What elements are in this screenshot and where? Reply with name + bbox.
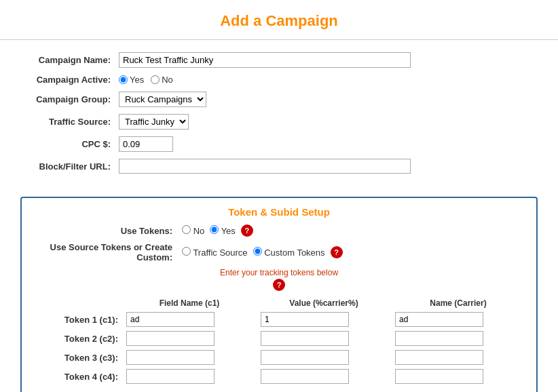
token-setup-title: Token & Subid Setup	[33, 206, 525, 218]
token-value-input-2[interactable]	[261, 331, 349, 346]
cpc-input[interactable]	[119, 136, 173, 152]
token-row: Token 1 (c1):	[33, 310, 525, 329]
traffic-source-radio[interactable]	[182, 247, 191, 256]
token-name-input-2[interactable]	[395, 331, 483, 346]
page-title: Add a Campaign	[0, 0, 558, 40]
campaign-group-select[interactable]: Ruck Campaigns Traffic Junky	[119, 92, 206, 107]
token-row: Token 3 (c3):	[33, 348, 525, 367]
campaign-active-yes-text: Yes	[130, 75, 144, 85]
block-filter-input[interactable]	[119, 159, 411, 174]
block-filter-row: Block/Filter URL:	[20, 159, 538, 174]
traffic-source-label: Traffic Source:	[20, 117, 119, 127]
source-or-custom-row: Use Source Tokens or Create Custom: Traf…	[33, 242, 525, 262]
page-container: Add a Campaign Campaign Name: Campaign A…	[0, 0, 558, 392]
token-field-input-3[interactable]	[126, 350, 215, 365]
token-row-label: Token 3 (c3):	[33, 348, 122, 367]
use-tokens-no-label[interactable]: No	[182, 225, 204, 236]
campaign-name-row: Campaign Name:	[20, 52, 538, 68]
campaign-active-no-label[interactable]: No	[151, 75, 173, 85]
token-row: Token 4 (c4):	[33, 367, 525, 386]
token-field-cell	[122, 367, 257, 386]
use-tokens-no-radio[interactable]	[182, 225, 191, 234]
token-row-label: Token 1 (c1):	[33, 310, 122, 329]
token-setup-box: Token & Subid Setup Use Tokens: No Yes ?…	[20, 197, 538, 392]
campaign-active-yes-label[interactable]: Yes	[119, 75, 144, 85]
campaign-active-radios: Yes No	[119, 75, 173, 85]
token-value-cell	[257, 348, 391, 367]
token-field-input-4[interactable]	[126, 369, 215, 384]
custom-tokens-radio-label[interactable]: Custom Tokens	[253, 247, 325, 258]
use-tokens-yes-label[interactable]: Yes	[210, 225, 236, 236]
token-table-label-header	[33, 296, 122, 310]
custom-tokens-radio-text: Custom Tokens	[264, 248, 324, 258]
campaign-name-label: Campaign Name:	[20, 55, 119, 65]
campaign-active-label: Campaign Active:	[20, 75, 119, 85]
token-value-input-4[interactable]	[261, 369, 349, 384]
token-value-cell	[257, 367, 391, 386]
token-name-cell	[391, 310, 525, 329]
token-field-input-2[interactable]	[126, 331, 215, 346]
custom-tokens-radio[interactable]	[253, 247, 262, 256]
campaign-name-input[interactable]	[119, 52, 411, 68]
token-row: Token 2 (c2):	[33, 329, 525, 348]
use-tokens-yes-text: Yes	[221, 226, 236, 236]
token-name-input-4[interactable]	[395, 369, 483, 384]
token-name-cell	[391, 329, 525, 348]
token-name-cell	[391, 367, 525, 386]
token-name-cell	[391, 348, 525, 367]
campaign-active-yes-radio[interactable]	[119, 75, 128, 84]
traffic-source-radio-text: Traffic Source	[193, 248, 247, 258]
campaign-active-no-text: No	[162, 75, 173, 85]
token-name-header: Name (Carrier)	[391, 296, 525, 310]
use-tokens-controls: No Yes ?	[182, 224, 253, 237]
campaign-active-no-radio[interactable]	[151, 75, 160, 84]
token-field-cell	[122, 329, 257, 348]
traffic-source-select[interactable]: Traffic Junky	[119, 114, 189, 130]
use-tokens-yes-radio[interactable]	[210, 225, 219, 234]
use-tokens-label: Use Tokens:	[33, 226, 182, 236]
token-name-input-1[interactable]	[395, 312, 483, 327]
form-section: Campaign Name: Campaign Active: Yes No C…	[0, 40, 558, 187]
traffic-source-row: Traffic Source: Traffic Junky	[20, 114, 538, 130]
use-tokens-help-icon[interactable]: ?	[241, 224, 253, 237]
campaign-group-label: Campaign Group:	[20, 94, 119, 104]
cpc-row: CPC $:	[20, 136, 538, 152]
use-tokens-no-text: No	[193, 226, 205, 236]
token-value-input-3[interactable]	[261, 350, 349, 365]
campaign-active-row: Campaign Active: Yes No	[20, 75, 538, 85]
token-field-cell	[122, 348, 257, 367]
token-field-input-1[interactable]	[126, 312, 215, 327]
token-value-header: Value (%carrier%)	[257, 296, 391, 310]
tracking-hint-text: Enter your tracking tokens below	[220, 268, 338, 277]
block-filter-label: Block/Filter URL:	[20, 161, 119, 172]
token-name-input-3[interactable]	[395, 350, 483, 365]
use-tokens-row: Use Tokens: No Yes ?	[33, 224, 525, 237]
campaign-group-row: Campaign Group: Ruck Campaigns Traffic J…	[20, 92, 538, 107]
tracking-hint-help-icon[interactable]: ?	[273, 279, 285, 291]
source-or-custom-label: Use Source Tokens or Create Custom:	[33, 242, 182, 262]
token-value-cell	[257, 310, 391, 329]
token-field-header: Field Name (c1)	[122, 296, 257, 310]
token-field-cell	[122, 310, 257, 329]
token-row-label: Token 4 (c4):	[33, 367, 122, 386]
source-or-custom-controls: Traffic Source Custom Tokens ?	[182, 246, 343, 258]
custom-tokens-help-icon[interactable]: ?	[331, 246, 343, 258]
tracking-hint: Enter your tracking tokens below ?	[33, 268, 525, 291]
token-table-header-row: Field Name (c1) Value (%carrier%) Name (…	[33, 296, 525, 310]
token-row-label: Token 2 (c2):	[33, 329, 122, 348]
token-value-input-1[interactable]	[261, 312, 349, 327]
token-table: Field Name (c1) Value (%carrier%) Name (…	[33, 296, 525, 386]
token-value-cell	[257, 329, 391, 348]
traffic-source-radio-label[interactable]: Traffic Source	[182, 247, 248, 258]
cpc-label: CPC $:	[20, 139, 119, 149]
